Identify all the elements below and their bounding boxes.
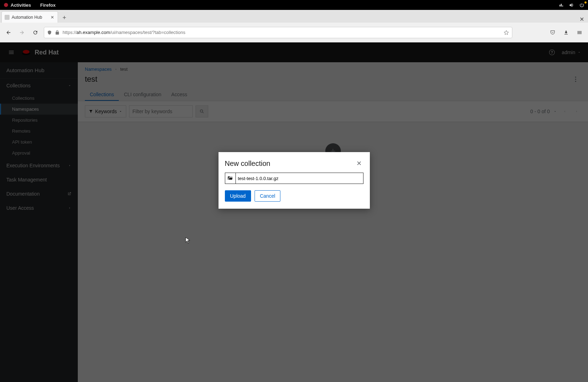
bookmark-star-icon[interactable] [503, 30, 509, 35]
power-icon[interactable] [579, 2, 584, 8]
current-app-label: Firefox [40, 2, 56, 8]
folder-open-icon [227, 175, 233, 181]
tab-close-button[interactable]: ✕ [50, 15, 55, 20]
svg-point-0 [4, 3, 8, 7]
notification-dot [584, 1, 587, 4]
upload-button[interactable]: Upload [225, 190, 251, 202]
nav-bar: https://ah.example.com/ui/namespaces/tes… [0, 23, 588, 42]
browser-chrome: Automation Hub ✕ + ✕ https://ah.example.… [0, 10, 588, 42]
app-root: Red Hat ? admin Automation Hub Collectio… [0, 42, 588, 382]
new-tab-button[interactable]: + [59, 13, 69, 23]
cancel-button[interactable]: Cancel [255, 190, 281, 202]
url-bar[interactable]: https://ah.example.com/ui/namespaces/tes… [44, 27, 512, 38]
current-app-indicator[interactable]: Firefox [38, 2, 56, 8]
reload-button[interactable] [30, 28, 40, 37]
gnome-top-bar: Activities Firefox [0, 0, 588, 10]
downloads-button[interactable] [561, 28, 571, 37]
volume-icon[interactable] [569, 2, 574, 8]
favicon [5, 15, 10, 20]
url-text: https://ah.example.com/ui/namespaces/tes… [63, 30, 501, 35]
modal-title: New collection [225, 160, 355, 168]
new-collection-modal: New collection ✕ Upload Cancel [219, 152, 370, 209]
app-menu-button[interactable] [575, 28, 584, 37]
tab-title: Automation Hub [12, 15, 48, 20]
activities-label: Activities [11, 2, 31, 8]
activities-button[interactable]: Activities [4, 2, 31, 8]
back-button[interactable] [4, 28, 13, 37]
file-input-row [225, 173, 363, 184]
browser-tab[interactable]: Automation Hub ✕ [1, 11, 58, 23]
shield-icon [47, 30, 52, 35]
fedora-icon [4, 2, 8, 7]
pocket-button[interactable] [548, 28, 558, 37]
modal-backdrop[interactable] [0, 42, 588, 382]
network-icon[interactable] [559, 2, 564, 8]
forward-button[interactable] [17, 28, 27, 37]
browse-file-button[interactable] [225, 173, 236, 184]
filename-input[interactable] [236, 173, 363, 184]
tab-strip: Automation Hub ✕ + ✕ [0, 10, 588, 23]
modal-close-button[interactable]: ✕ [355, 159, 363, 168]
window-close-button[interactable]: ✕ [578, 16, 585, 23]
lock-icon [55, 30, 60, 35]
